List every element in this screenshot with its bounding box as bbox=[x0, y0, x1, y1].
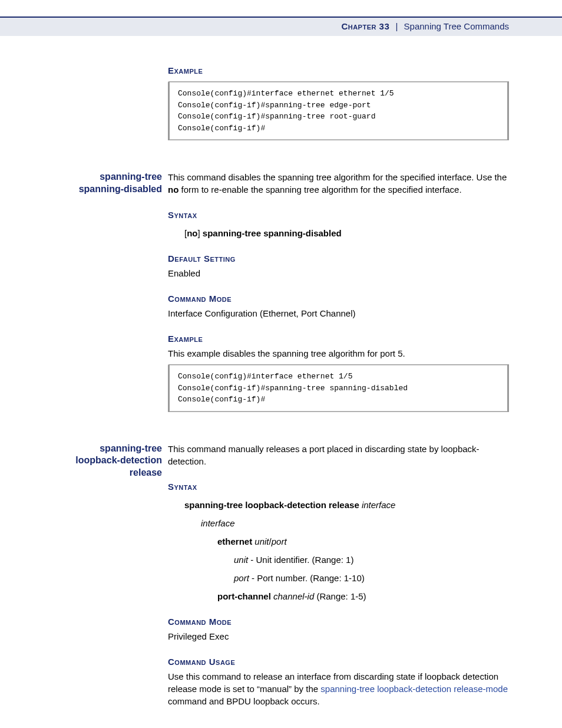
heading-syntax-3: Syntax bbox=[168, 480, 509, 493]
desc-spanning-disabled: This command disables the spanning tree … bbox=[168, 171, 509, 196]
param-eth-b: ethernet bbox=[217, 536, 252, 546]
param-interface: interface bbox=[201, 517, 509, 529]
param-unit-t: - Unit identifier. (Range: 1) bbox=[248, 555, 353, 565]
param-port-i: port bbox=[234, 573, 249, 583]
param-port: port - Port number. (Range: 1-10) bbox=[234, 572, 509, 584]
syntax-rb: ] bbox=[198, 228, 203, 238]
section-spanning-disabled: spanning-tree spanning-disabled This com… bbox=[53, 171, 509, 426]
example-block: Example Console(config)#interface ethern… bbox=[168, 64, 509, 154]
syntax-no: no bbox=[187, 228, 197, 238]
chapter-label: Chapter 33 bbox=[341, 21, 389, 31]
param-pc-t: (Range: 1-5) bbox=[314, 591, 366, 601]
syntax-loopback: spanning-tree loopback-detection release… bbox=[184, 499, 509, 511]
param-unit: unit - Unit identifier. (Range: 1) bbox=[234, 554, 509, 566]
syntax-arg-3: interface bbox=[359, 500, 396, 510]
side-loopback-release: spanning-tree loopback-detection release bbox=[53, 443, 168, 479]
desc-loopback-release: This command manually releases a port pl… bbox=[168, 443, 509, 467]
page-content: Example Console(config)#interface ethern… bbox=[0, 36, 562, 728]
param-interface-i: interface bbox=[201, 518, 235, 528]
param-ethernet: ethernet unit/port bbox=[217, 535, 509, 548]
syntax-cmd-3: spanning-tree loopback-detection release bbox=[184, 500, 359, 510]
usage-b: command and BPDU loopback occurs. bbox=[168, 696, 320, 706]
desc-part-a: This command disables the spanning tree … bbox=[168, 172, 507, 182]
side-spanning-disabled: spanning-tree spanning-disabled bbox=[53, 171, 168, 196]
syntax-spanning-disabled: [no] spanning-tree spanning-disabled bbox=[184, 227, 509, 239]
heading-example-2: Example bbox=[168, 332, 509, 345]
param-pc-i: channel-id bbox=[271, 591, 314, 601]
param-eth-port: port bbox=[272, 536, 287, 546]
loopback-release-body: This command manually releases a port pl… bbox=[168, 443, 509, 711]
default-value: Enabled bbox=[168, 267, 509, 279]
example-intro: This example disables the spanning tree … bbox=[168, 347, 509, 360]
page-header: Chapter 33 | Spanning Tree Commands bbox=[0, 17, 562, 36]
heading-usage: Command Usage bbox=[168, 655, 509, 668]
param-portchannel: port-channel channel-id (Range: 1-5) bbox=[217, 590, 509, 602]
usage-text: Use this command to release an interface… bbox=[168, 670, 509, 707]
section-example-top: Example Console(config)#interface ethern… bbox=[53, 64, 509, 154]
syntax-cmd: spanning-tree spanning-disabled bbox=[203, 228, 342, 238]
param-port-t: - Port number. (Range: 1-10) bbox=[249, 573, 365, 583]
heading-mode-3: Command Mode bbox=[168, 615, 509, 628]
desc-part-b: form to re-enable the spanning tree algo… bbox=[178, 185, 461, 195]
spanning-disabled-body: This command disables the spanning tree … bbox=[168, 171, 509, 426]
param-pc-b: port-channel bbox=[217, 591, 271, 601]
desc-no: no bbox=[168, 185, 178, 195]
param-eth-unit: unit bbox=[252, 536, 269, 546]
param-unit-i: unit bbox=[234, 555, 248, 565]
code-example-1: Console(config)#interface ethernet ether… bbox=[168, 81, 509, 140]
header-separator: | bbox=[395, 21, 398, 31]
section-loopback-release: spanning-tree loopback-detection release… bbox=[53, 443, 509, 711]
heading-syntax: Syntax bbox=[168, 209, 509, 221]
heading-default: Default Setting bbox=[168, 252, 509, 265]
heading-example: Example bbox=[168, 64, 509, 77]
chapter-title: Spanning Tree Commands bbox=[404, 21, 509, 31]
mode-value-3: Privileged Exec bbox=[168, 630, 509, 643]
usage-link[interactable]: spanning-tree loopback-detection release… bbox=[320, 684, 508, 694]
mode-value: Interface Configuration (Ethernet, Port … bbox=[168, 307, 509, 319]
code-example-2: Console(config)#interface ethernet 1/5 C… bbox=[168, 364, 509, 412]
heading-mode: Command Mode bbox=[168, 292, 509, 305]
